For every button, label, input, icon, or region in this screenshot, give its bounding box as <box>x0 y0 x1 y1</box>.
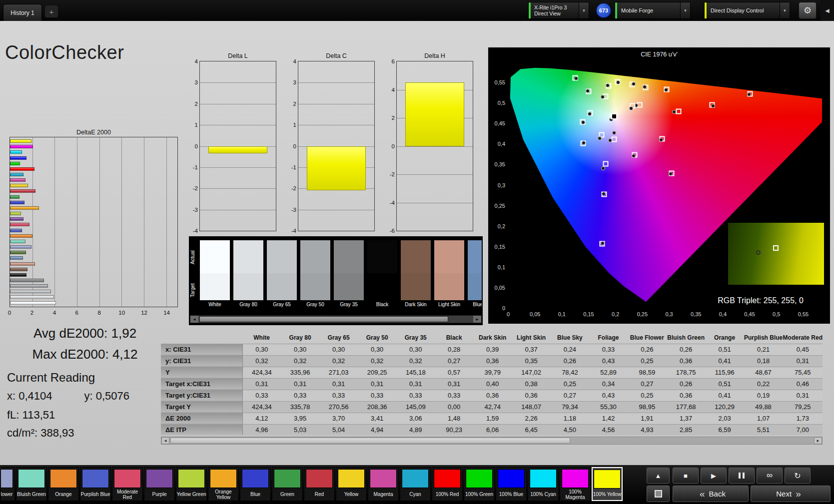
table-cell: 3,70 <box>319 413 358 424</box>
chevron-down-icon[interactable]: ▼ <box>680 2 690 18</box>
next-button[interactable]: Next » <box>751 486 831 502</box>
pattern-tile-bluish-green[interactable]: Bluish Green <box>16 467 47 501</box>
measured-marker-100-green <box>574 76 578 80</box>
pattern-tile-orange[interactable]: Orange <box>48 467 79 501</box>
delta-e-bar-black <box>10 273 26 277</box>
delta-e-bar-cyan <box>10 173 23 176</box>
add-tab-button[interactable]: + <box>45 5 58 17</box>
settings-button[interactable]: ⚙ <box>799 2 817 19</box>
table-cell: 1,07 <box>744 413 783 424</box>
pattern-label: Yellow <box>336 488 366 501</box>
meter-select-button[interactable]: X-Rite i1Pro 3 Direct View ▼ <box>528 2 589 19</box>
scroll-right-button[interactable]: ► <box>473 316 481 323</box>
measured-marker-100-magenta <box>669 172 673 176</box>
table-cell: 0,51 <box>706 378 744 390</box>
chevron-down-icon[interactable]: ▼ <box>579 2 589 18</box>
pattern-tile-100-cyan[interactable]: 100% Cyan <box>528 467 559 501</box>
pattern-window-button[interactable] <box>647 486 670 502</box>
column-header-purplish-blue: Purplish Blue <box>744 332 783 344</box>
table-cell: 145,18 <box>396 367 435 378</box>
play-button[interactable]: ▶ <box>701 468 727 484</box>
bar-row <box>10 222 177 227</box>
table-cell: 0,43 <box>589 390 628 401</box>
delta-e-bar-purplish-blue <box>10 229 22 232</box>
pattern-tile-magenta[interactable]: Magenta <box>368 467 399 501</box>
table-cell: 0,24 <box>551 344 589 355</box>
measured-marker-black <box>612 131 616 135</box>
tab-history-1[interactable]: History 1 <box>3 4 42 21</box>
scroll-right-button[interactable]: ► <box>814 437 822 444</box>
loop-infinite-button[interactable]: ∞ <box>757 468 783 484</box>
pause-button[interactable] <box>729 468 755 484</box>
axis-tick-label: 0 <box>184 143 198 149</box>
stop-button[interactable]: ■ <box>673 468 699 484</box>
pattern-color <box>466 469 493 488</box>
pattern-color <box>306 469 333 488</box>
table-cell: 1,73 <box>783 413 823 424</box>
top-bar: History 1 + X-Rite i1Pro 3 Direct View ▼… <box>0 0 834 21</box>
target-row-label: Target <box>190 274 198 306</box>
table-scrollbar[interactable]: ◄ ► <box>161 437 823 445</box>
table-cell: 55,30 <box>589 401 628 413</box>
color-swatch-white: White <box>200 240 230 309</box>
bar-row <box>10 188 177 194</box>
table-cell: 4,96 <box>242 424 281 435</box>
pattern-tile-blue[interactable]: Blue <box>240 467 271 501</box>
delta-e-x-axis: 02468101214 <box>9 310 178 317</box>
bar-row <box>10 149 177 155</box>
table-cell: 270,56 <box>319 401 358 413</box>
delta-e-bar-bluish-green <box>10 240 25 243</box>
repeat-button[interactable]: ↻ <box>785 468 811 484</box>
pattern-tile-yellow-green[interactable]: Yellow Green <box>176 467 207 501</box>
axis-tick-label: 14 <box>163 310 170 316</box>
pattern-tile-moderate-red[interactable]: Moderate Red <box>112 467 143 501</box>
display-control-button[interactable]: Direct Display Control ▼ <box>704 2 790 19</box>
swatch-actual <box>233 240 263 273</box>
current-xy: x: 0,4104 y: 0,5076 <box>7 390 129 403</box>
chevron-down-icon[interactable]: ▼ <box>780 2 790 18</box>
axis-tick-label: 0,25 <box>637 311 648 317</box>
pattern-tile-cyan[interactable]: Cyan <box>400 467 431 501</box>
row-label: Y <box>161 367 242 378</box>
bar-row <box>10 177 177 183</box>
pattern-tile-red[interactable]: Red <box>304 467 335 501</box>
measured-marker-blue-sky <box>598 136 602 140</box>
pattern-tile-yellow[interactable]: Yellow <box>336 467 367 501</box>
axis-tick-label: 0,15 <box>488 244 505 250</box>
row-label: ΔE 2000 <box>161 413 242 424</box>
pattern-tile-100-yellow[interactable]: 100% Yellow <box>592 467 623 501</box>
table-cell: 1,37 <box>667 413 706 424</box>
pattern-tile-orange-yellow[interactable]: Orange Yellow <box>208 467 239 501</box>
pattern-tile-100-magenta[interactable]: 100% Magenta <box>560 467 591 501</box>
pattern-tile-purplish-blue[interactable]: Purplish Blue <box>80 467 111 501</box>
scroll-left-icon: ◄ <box>192 317 196 322</box>
axis-tick-label: 8 <box>98 310 101 316</box>
table-cell: 424,34 <box>242 401 281 413</box>
axis-tick-label: 0,35 <box>488 161 505 167</box>
pattern-source-button[interactable]: Mobile Forge ▼ <box>615 2 691 19</box>
delta-e-bar-100-blue <box>10 156 26 160</box>
swatch-actual <box>334 240 364 273</box>
pattern-tile-100-blue[interactable]: 100% Blue <box>496 467 527 501</box>
pattern-up-button[interactable]: ▲ <box>647 468 670 484</box>
delta-e-bar-red <box>10 189 35 193</box>
scroll-left-button[interactable]: ◄ <box>161 437 169 444</box>
swatch-scrollbar[interactable]: ◄ ► <box>190 315 482 323</box>
pause-icon <box>739 473 741 479</box>
pattern-tile-purple[interactable]: Purple <box>144 467 175 501</box>
bar-row <box>10 261 177 266</box>
measured-marker-green <box>586 89 590 93</box>
pattern-tile-100-green[interactable]: 100% Green <box>464 467 495 501</box>
scrollbar-thumb[interactable] <box>170 438 570 444</box>
back-button[interactable]: « Back <box>673 486 749 502</box>
swatch-actual <box>267 240 297 273</box>
table-cell: 0,31 <box>358 378 396 390</box>
pattern-tile-100-red[interactable]: 100% Red <box>432 467 463 501</box>
collapse-panel-button[interactable]: ◀ <box>821 0 834 21</box>
table-cell: 98,59 <box>628 367 667 378</box>
scrollbar-thumb[interactable] <box>199 316 448 322</box>
pattern-tile-blue-flower[interactable]: Blue Flower <box>1 467 15 501</box>
delta-c-title: Delta C <box>298 52 375 59</box>
pattern-tile-green[interactable]: Green <box>272 467 303 501</box>
scroll-left-button[interactable]: ◄ <box>190 316 198 323</box>
